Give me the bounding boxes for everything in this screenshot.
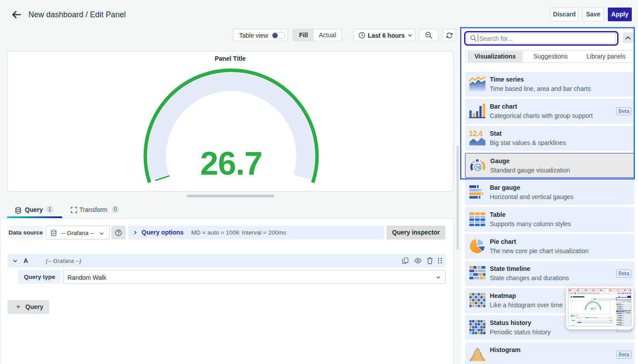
svg-text:79: 79	[476, 165, 480, 170]
svg-text:12.4: 12.4	[469, 130, 483, 137]
